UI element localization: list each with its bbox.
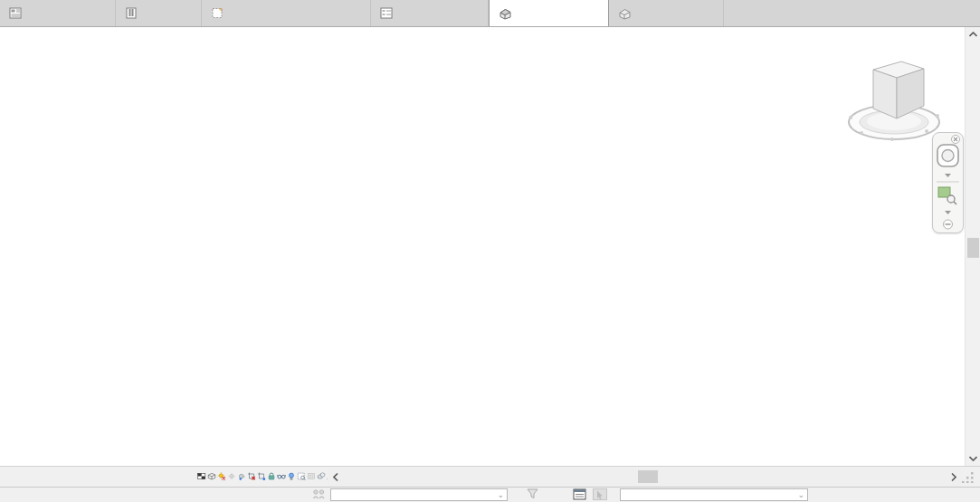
scroll-down-icon[interactable]	[966, 451, 980, 466]
highlight-displacement-sets-icon[interactable]	[317, 469, 326, 483]
tab-legende[interactable]	[371, 0, 489, 26]
vertical-scrollbar[interactable]	[965, 27, 980, 466]
show-crop-region-icon[interactable]	[257, 469, 266, 483]
reveal-hidden-elements-icon[interactable]	[287, 469, 296, 483]
horizontal-scrollbar[interactable]	[328, 468, 961, 487]
shadows-off-icon[interactable]	[227, 469, 236, 483]
view-control-row	[0, 466, 980, 487]
vertical-scroll-thumb[interactable]	[967, 238, 979, 258]
scroll-left-icon[interactable]	[330, 470, 341, 483]
scroll-up-icon[interactable]	[966, 27, 980, 42]
chevron-down-icon: ⌄	[797, 490, 804, 499]
zoom-tool-icon[interactable]	[938, 187, 956, 204]
workplan-icon	[211, 7, 224, 19]
design-option-select[interactable]: ⌄	[620, 488, 808, 501]
revit-window: ⌄ ⌄	[0, 0, 980, 502]
worksets-icon	[312, 488, 326, 500]
show-rendering-dialog-icon[interactable]	[237, 469, 246, 483]
navigation-bar	[932, 132, 964, 233]
building-3d-model[interactable]	[0, 27, 980, 466]
select-toggle-icon[interactable]	[593, 488, 607, 500]
sun-path-off-icon[interactable]	[217, 469, 226, 483]
analytical-model-off-icon[interactable]	[307, 469, 316, 483]
scroll-right-icon[interactable]	[948, 470, 959, 483]
crop-view-off-icon[interactable]	[247, 469, 256, 483]
resize-grip[interactable]	[962, 470, 978, 485]
view-tab-bar	[0, 0, 980, 27]
legend-icon	[380, 7, 393, 19]
navbar-collapse-icon[interactable]	[944, 220, 953, 229]
detail-level-icon[interactable]	[197, 469, 206, 483]
horizontal-scroll-thumb[interactable]	[638, 470, 658, 483]
tab-page-accueil[interactable]	[0, 0, 116, 26]
model-canvas[interactable]	[0, 27, 980, 466]
view-3d-icon	[499, 7, 512, 20]
tab-3d-active[interactable]	[489, 0, 609, 26]
temporary-hide-isolate-icon[interactable]	[277, 469, 286, 483]
navbar-close-icon[interactable]	[952, 136, 960, 144]
tab-ph-n00[interactable]	[116, 0, 202, 26]
tab-str-plan-travail[interactable]	[202, 0, 371, 26]
floorplan-icon	[125, 7, 138, 19]
visual-style-icon[interactable]	[207, 469, 216, 483]
status-bar: ⌄ ⌄	[0, 487, 980, 502]
active-workset-select[interactable]: ⌄	[330, 488, 508, 501]
locked-3d-view-icon[interactable]	[267, 469, 276, 483]
view-3d-icon	[618, 7, 632, 20]
temporary-view-properties-icon[interactable]	[297, 469, 306, 483]
filter-icon[interactable]	[527, 488, 538, 499]
zoom-menu-arrow-icon[interactable]	[945, 211, 951, 214]
tab-3d-copie-1[interactable]	[609, 0, 724, 26]
chevron-down-icon: ⌄	[497, 490, 504, 499]
view-control-bar	[197, 469, 336, 483]
wheel-menu-arrow-icon[interactable]	[945, 174, 951, 177]
home-tab-icon	[9, 7, 22, 19]
editable-only-icon[interactable]	[573, 488, 586, 500]
steering-wheel-icon[interactable]	[937, 145, 958, 166]
